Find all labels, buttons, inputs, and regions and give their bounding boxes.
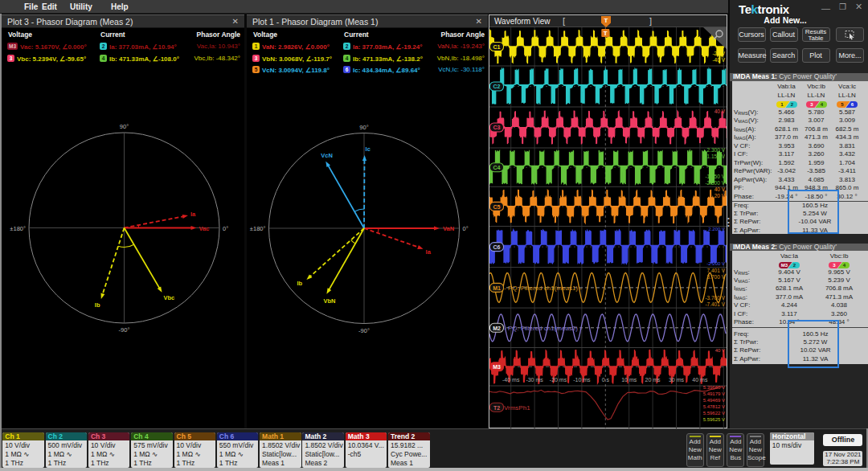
svg-text:C1: C1 — [493, 44, 501, 50]
svg-text:2.200 V: 2.200 V — [708, 227, 725, 231]
svg-text:Ia: Ia — [426, 248, 432, 256]
svg-text:-2.200 V: -2.200 V — [706, 261, 725, 266]
svg-text:90°: 90° — [359, 124, 368, 131]
svg-text:C5: C5 — [493, 204, 501, 210]
svg-text:Ic: Ic — [366, 145, 371, 153]
svg-text:5.39660 V: 5.39660 V — [703, 385, 725, 390]
svg-text:10 ms: 10 ms — [621, 377, 637, 383]
svg-text:-1.150 V: -1.150 V — [705, 174, 725, 179]
svg-text:VbN: VbN — [323, 297, 335, 305]
svg-text:1.150 V: 1.150 V — [707, 154, 726, 159]
svg-text:- PQ: Filtered ch1(meas2) -: - PQ: Filtered ch1(meas2) - — [504, 325, 582, 332]
svg-text:-20 V: -20 V — [712, 51, 725, 56]
svg-text:5.59622 V: 5.59622 V — [703, 411, 725, 416]
svg-text:20 V: 20 V — [714, 193, 726, 199]
svg-text:30 ms: 30 ms — [669, 377, 685, 383]
svg-text:-7.401 V: -7.401 V — [705, 301, 725, 307]
svg-text:5.49469 V: 5.49469 V — [703, 398, 725, 403]
svg-text:M3: M3 — [781, 263, 788, 268]
svg-text:-2.300 V: -2.300 V — [705, 180, 725, 186]
svg-text:Vbc: Vbc — [164, 294, 175, 301]
svg-text:5.47812 V: 5.47812 V — [703, 404, 725, 409]
svg-text:- PQ: Filtered ch1(meas1) -: - PQ: Filtered ch1(meas1) - — [504, 285, 582, 292]
svg-text:-20 ms: -20 ms — [550, 377, 567, 383]
svg-text:0°: 0° — [463, 225, 469, 232]
svg-text:0°: 0° — [223, 225, 228, 232]
svg-text:-30 ms: -30 ms — [526, 377, 543, 383]
svg-text:-90°: -90° — [119, 326, 130, 334]
svg-text:-90°: -90° — [358, 327, 370, 334]
svg-text:-40 V: -40 V — [712, 57, 725, 63]
svg-text:VcN: VcN — [321, 152, 333, 159]
svg-text:40 V: 40 V — [714, 186, 726, 192]
svg-text:0 s: 0 s — [602, 377, 610, 383]
svg-text:±180°: ±180° — [10, 225, 26, 232]
svg-text:C2: C2 — [493, 84, 501, 89]
svg-text:Ib: Ib — [297, 280, 302, 287]
svg-text:C3: C3 — [493, 125, 501, 130]
svg-text:90°: 90° — [120, 123, 129, 130]
svg-text:Vac: Vac — [199, 225, 210, 232]
svg-text:VrmsPh1: VrmsPh1 — [504, 404, 530, 412]
svg-text:40 ms: 40 ms — [692, 377, 708, 383]
svg-text:-40 ms: -40 ms — [502, 377, 520, 383]
svg-text:20 ms: 20 ms — [645, 377, 661, 383]
svg-text:-3.700 V: -3.700 V — [705, 295, 725, 301]
svg-text:Ib: Ib — [95, 301, 100, 309]
svg-text:M3: M3 — [493, 364, 501, 370]
svg-text:±180°: ±180° — [250, 225, 266, 232]
svg-text:VaN: VaN — [443, 225, 454, 232]
svg-text:-10 ms: -10 ms — [573, 377, 591, 383]
svg-text:3.700 V: 3.700 V — [707, 274, 726, 280]
svg-text:T2: T2 — [493, 405, 500, 411]
svg-text:2.300 V: 2.300 V — [707, 147, 726, 153]
svg-text:5.49179 V: 5.49179 V — [703, 391, 725, 396]
svg-text:C4: C4 — [493, 165, 501, 170]
svg-text:M2: M2 — [493, 326, 501, 331]
svg-text:40 V: 40 V — [715, 348, 725, 353]
svg-text:T: T — [604, 30, 608, 37]
svg-text:5.59625 V: 5.59625 V — [703, 417, 725, 422]
svg-text:7.401 V: 7.401 V — [707, 268, 726, 273]
svg-text:Ia: Ia — [190, 211, 196, 218]
svg-text:M1: M1 — [493, 285, 501, 291]
svg-text:40 V: 40 V — [714, 109, 726, 114]
svg-text:C6: C6 — [493, 244, 501, 250]
